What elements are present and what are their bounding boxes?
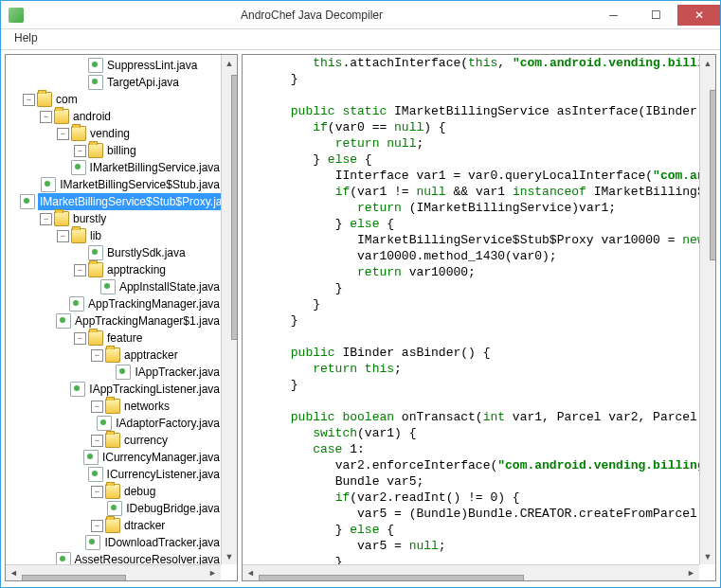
- tree-item[interactable]: IAppTracker.java: [6, 364, 221, 381]
- folder-icon: [71, 228, 86, 243]
- scroll-down-icon[interactable]: ▼: [700, 548, 716, 564]
- scroll-down-icon[interactable]: ▼: [222, 548, 238, 564]
- tree-item[interactable]: −billing: [6, 142, 221, 159]
- code-line: }: [246, 280, 695, 296]
- tree-item[interactable]: TargetApi.java: [6, 74, 221, 91]
- tree-item[interactable]: −lib: [6, 227, 221, 244]
- java-file-icon: [97, 416, 112, 431]
- tree-item[interactable]: −vending: [6, 125, 221, 142]
- code-line: public static IMarketBillingService asIn…: [246, 103, 695, 119]
- code-line: } else {: [246, 522, 695, 538]
- collapse-icon[interactable]: −: [40, 213, 52, 225]
- collapse-icon[interactable]: −: [91, 486, 103, 498]
- java-file-icon: [88, 467, 103, 482]
- code-hscrollbar[interactable]: ◄ ►: [243, 564, 699, 580]
- tree-item[interactable]: −apptracking: [6, 261, 221, 278]
- tree-scroll[interactable]: SuppressLint.javaTargetApi.java−com−andr…: [6, 55, 221, 564]
- tree-item[interactable]: ICurrencyManager.java: [6, 449, 221, 466]
- scroll-right-icon[interactable]: ►: [205, 565, 221, 581]
- java-file-icon: [56, 552, 71, 564]
- tree-item[interactable]: AssetResourceResolver.java: [6, 551, 221, 564]
- code-line: case 1:: [246, 441, 695, 457]
- tree-label: AppTrackingManager$1.java: [74, 312, 221, 330]
- tree-spacer: [69, 452, 81, 464]
- tree-vscrollbar[interactable]: ▲ ▼: [221, 55, 237, 564]
- window-controls: ─ ☐ ✕: [592, 5, 720, 26]
- code-line: [246, 393, 695, 409]
- tree-spacer: [56, 383, 68, 396]
- tree-item[interactable]: ICurrencyListener.java: [6, 466, 221, 483]
- tree-item[interactable]: IAppTrackingListener.java: [6, 381, 221, 398]
- scroll-left-icon[interactable]: ◄: [6, 565, 22, 581]
- tree-item[interactable]: −android: [6, 108, 221, 125]
- tree-item[interactable]: IDebugBridge.java: [6, 500, 221, 517]
- collapse-icon[interactable]: −: [74, 145, 86, 157]
- tree-item[interactable]: −burstly: [6, 210, 221, 227]
- tree-spacer: [6, 196, 18, 208]
- collapse-icon[interactable]: −: [40, 111, 52, 123]
- code-vscrollbar[interactable]: ▲ ▼: [699, 55, 715, 564]
- tree-spacer: [74, 247, 86, 259]
- tree-item[interactable]: SuppressLint.java: [6, 57, 221, 74]
- code-line: public IBinder asBinder() {: [246, 345, 695, 361]
- menu-help[interactable]: Help: [9, 29, 44, 46]
- close-button[interactable]: ✕: [677, 5, 720, 26]
- code-line: var2.enforceInterface("com.android.vendi…: [246, 457, 695, 473]
- minimize-button[interactable]: ─: [592, 5, 635, 26]
- maximize-button[interactable]: ☐: [635, 5, 677, 26]
- tree-item[interactable]: −apptracker: [6, 347, 221, 364]
- java-file-icon: [41, 177, 56, 192]
- tree-item[interactable]: IMarketBillingService$Stub.java: [6, 176, 221, 193]
- folder-icon: [88, 262, 103, 277]
- tree-item[interactable]: IMarketBillingService.java: [6, 159, 221, 176]
- tree-item[interactable]: −networks: [6, 398, 221, 415]
- tree-item[interactable]: AppTrackingManager.java: [6, 295, 221, 312]
- collapse-icon[interactable]: −: [74, 332, 86, 345]
- code-line: } else {: [246, 216, 695, 232]
- code-scroll[interactable]: this.attachInterface(this, "com.android.…: [243, 55, 699, 564]
- java-file-icon: [88, 58, 103, 73]
- tree-label: AppTrackingManager.java: [87, 295, 221, 312]
- collapse-icon[interactable]: −: [91, 520, 103, 532]
- tree-item[interactable]: BurstlySdk.java: [6, 244, 221, 261]
- tree-item[interactable]: AppTrackingManager$1.java: [6, 312, 221, 330]
- scroll-up-icon[interactable]: ▲: [700, 55, 716, 71]
- menubar: Help: [1, 29, 720, 50]
- collapse-icon[interactable]: −: [91, 349, 103, 362]
- collapse-icon[interactable]: −: [91, 435, 103, 447]
- tree-label: com: [55, 91, 79, 108]
- tree-item[interactable]: −com: [6, 91, 221, 108]
- collapse-icon[interactable]: −: [74, 264, 86, 276]
- code-line: IMarketBillingService$Stub$Proxy var1000…: [246, 232, 695, 248]
- tree-label: AssetResourceResolver.java: [74, 551, 221, 564]
- tree-item[interactable]: IMarketBillingService$Stub$Proxy.java: [6, 193, 221, 210]
- tree-item[interactable]: −currency: [6, 432, 221, 449]
- tree-label: IMarketBillingService.java: [89, 159, 221, 176]
- java-file-icon: [88, 245, 103, 260]
- scroll-up-icon[interactable]: ▲: [222, 55, 238, 71]
- scroll-right-icon[interactable]: ►: [683, 565, 699, 581]
- java-file-icon: [85, 535, 100, 550]
- tree-item[interactable]: IAdaptorFactory.java: [6, 415, 221, 432]
- java-file-icon: [116, 365, 131, 380]
- titlebar: AndroChef Java Decompiler ─ ☐ ✕: [1, 1, 720, 29]
- tree-item[interactable]: IDownloadTracker.java: [6, 534, 221, 551]
- tree-item[interactable]: −debug: [6, 483, 221, 500]
- java-file-icon: [70, 382, 85, 397]
- collapse-icon[interactable]: −: [91, 401, 103, 413]
- collapse-icon[interactable]: −: [57, 128, 69, 140]
- tree-hscrollbar[interactable]: ◄ ►: [6, 564, 221, 580]
- collapse-icon[interactable]: −: [23, 94, 35, 106]
- tree-label: android: [72, 108, 112, 125]
- tree-item[interactable]: −feature: [6, 330, 221, 347]
- folder-icon: [88, 330, 103, 346]
- collapse-icon[interactable]: −: [57, 230, 69, 242]
- app-icon: [9, 8, 24, 23]
- tree-item[interactable]: −dtracker: [6, 517, 221, 534]
- tree-label: IDebugBridge.java: [125, 500, 221, 517]
- folder-icon: [71, 126, 86, 141]
- tree-label: billing: [106, 142, 137, 159]
- tree-item[interactable]: AppInstallState.java: [6, 278, 221, 295]
- code-panel: this.attachInterface(this, "com.android.…: [242, 54, 716, 581]
- scroll-left-icon[interactable]: ◄: [243, 565, 259, 581]
